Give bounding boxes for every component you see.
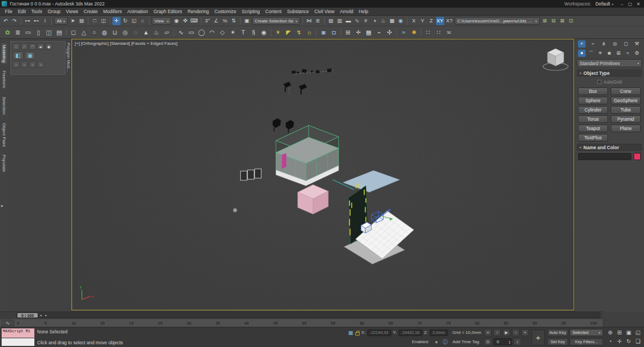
window-frame-object[interactable] bbox=[241, 169, 261, 180]
restrict-to-y-icon[interactable]: Y bbox=[419, 17, 427, 25]
geometry-category-icon[interactable]: ● bbox=[578, 50, 586, 57]
snaps-use-axis-constraints-icon[interactable]: X? bbox=[445, 17, 454, 25]
create-sphere-icon[interactable]: ○ bbox=[90, 28, 99, 37]
object-type-rollout[interactable]: Object Type bbox=[577, 69, 642, 77]
blue-plane-object[interactable] bbox=[343, 170, 399, 192]
go-to-end-icon[interactable]: » bbox=[521, 329, 529, 336]
railing-icon[interactable]: ≣ bbox=[13, 28, 22, 37]
create-tube-button[interactable]: Tube bbox=[611, 106, 641, 114]
app-icon[interactable] bbox=[2, 1, 7, 7]
time-slider-prev-icon[interactable]: ◂ bbox=[38, 313, 43, 317]
play-animation-icon[interactable]: ▶ bbox=[503, 329, 510, 336]
poly-modeling-icon[interactable]: ▣ bbox=[25, 51, 35, 60]
ribbon-tab-selection[interactable]: Selection bbox=[1, 95, 7, 116]
toggle-ribbon-icon[interactable]: ▬ bbox=[344, 17, 353, 25]
undo-icon[interactable]: ↶ bbox=[2, 17, 10, 25]
create-tab-icon[interactable]: + bbox=[578, 40, 586, 48]
time-slider-track[interactable]: 0 / 100 ◂▸ bbox=[16, 313, 600, 318]
create-geosphere-button[interactable]: GeoSphere bbox=[611, 97, 641, 104]
wall-icon[interactable]: ▭ bbox=[23, 28, 33, 37]
material-editor-icon[interactable]: ◑ bbox=[371, 17, 379, 25]
space-warps-category-icon[interactable]: ≈ bbox=[624, 50, 631, 57]
grid-helper-icon[interactable]: ▦ bbox=[364, 28, 373, 37]
render-setup-icon[interactable]: ♨ bbox=[379, 17, 387, 25]
close-button[interactable]: ✕ bbox=[634, 2, 642, 7]
selection-lock-toggle-icon[interactable] bbox=[355, 332, 360, 336]
previous-frame-icon[interactable]: ‹ bbox=[493, 329, 501, 336]
systems-category-icon[interactable]: ⚙ bbox=[633, 50, 641, 57]
key-filters-button[interactable]: Key Filters... bbox=[570, 338, 603, 345]
workspace-selector[interactable]: Default bbox=[594, 1, 615, 7]
snap-grid-b-icon[interactable]: ∷ bbox=[434, 28, 443, 37]
menu-arnold[interactable]: Arnold bbox=[337, 9, 356, 14]
zoom-region-icon[interactable]: ◔ bbox=[606, 338, 615, 346]
create-plane-icon[interactable]: ▱ bbox=[162, 28, 171, 37]
zoom-all-icon[interactable]: ⊞ bbox=[615, 329, 624, 337]
angle-snap-toggle-icon[interactable]: ∠ bbox=[212, 17, 220, 25]
create-rectangle-icon[interactable]: ▭ bbox=[187, 28, 196, 37]
sound-toggle-icon[interactable]: ♪ bbox=[514, 338, 521, 345]
time-slider-handle[interactable]: 0 / 100 bbox=[17, 313, 38, 317]
preset-c-icon[interactable]: ▫ bbox=[29, 61, 36, 68]
modify-tab-icon[interactable]: ⌁ bbox=[589, 40, 597, 48]
menu-create[interactable]: Create bbox=[81, 9, 100, 14]
create-sphere-button[interactable]: Sphere bbox=[578, 97, 608, 104]
spinner-snap-toggle-icon[interactable]: ⇅ bbox=[230, 17, 238, 25]
point-helper-icon[interactable]: ✛ bbox=[354, 28, 363, 37]
target-camera-icon[interactable]: ◘ bbox=[329, 28, 338, 37]
orbit-icon[interactable]: ↻ bbox=[624, 338, 633, 346]
physical-camera-icon[interactable]: ◙ bbox=[319, 28, 328, 37]
use-pivot-point-center-icon[interactable]: ◉ bbox=[172, 17, 181, 25]
zoom-icon[interactable]: ⊕ bbox=[606, 329, 615, 337]
preset-a-icon[interactable]: ▫ bbox=[13, 61, 20, 68]
element-mode-icon[interactable]: ◆ bbox=[45, 43, 52, 50]
reference-coordinate-dropdown[interactable]: View bbox=[152, 17, 171, 25]
create-teapot-icon[interactable]: ♨ bbox=[152, 28, 161, 37]
create-cone-icon[interactable]: △ bbox=[79, 28, 88, 37]
utilities-tab-icon[interactable]: ⚒ bbox=[633, 40, 641, 48]
spot-light-icon[interactable]: ◤ bbox=[284, 28, 293, 37]
maximize-button[interactable]: ▢ bbox=[626, 2, 634, 7]
grid-arrow-export-icon[interactable]: ⊟ bbox=[550, 17, 558, 25]
named-selection-set-dropdown[interactable]: Create Selection Se bbox=[252, 17, 300, 25]
autogrid-checkbox[interactable] bbox=[597, 80, 601, 84]
redo-icon[interactable]: ↷ bbox=[10, 17, 19, 25]
create-torus-icon[interactable]: ◌ bbox=[131, 28, 140, 37]
frame-spinner[interactable] bbox=[509, 340, 510, 344]
straight-stair-icon[interactable]: ▤ bbox=[55, 28, 64, 37]
select-and-rotate-icon[interactable]: ↻ bbox=[121, 17, 129, 25]
select-and-place-icon[interactable]: ⌂ bbox=[139, 17, 147, 25]
lights-category-icon[interactable]: ☀ bbox=[597, 50, 604, 57]
mirror-icon[interactable]: ⋈ bbox=[305, 17, 313, 25]
menu-rendering[interactable]: Rendering bbox=[185, 9, 212, 14]
zoom-extents-all-icon[interactable]: ◱ bbox=[634, 329, 642, 337]
auto-key-button[interactable]: Auto Key bbox=[547, 329, 568, 336]
create-ngon-icon[interactable]: ◇ bbox=[218, 28, 227, 37]
coord-y-field[interactable]: -24432,16 bbox=[398, 330, 422, 336]
select-and-move-icon[interactable]: ✛ bbox=[112, 17, 121, 25]
menu-help[interactable]: Help bbox=[356, 9, 371, 14]
schematic-view-icon[interactable]: # bbox=[362, 17, 370, 25]
create-star-icon[interactable]: ✶ bbox=[228, 28, 237, 37]
snaps-toggle-icon[interactable]: 3° bbox=[204, 17, 212, 25]
shapes-category-icon[interactable]: ⌒ bbox=[587, 50, 595, 57]
create-cylinder-icon[interactable]: ⊔ bbox=[110, 28, 120, 37]
create-torus-button[interactable]: Torus bbox=[578, 115, 608, 123]
modify-mode-icon[interactable]: ◧ bbox=[13, 51, 23, 60]
align-icon[interactable]: ≣ bbox=[314, 17, 322, 25]
maximize-viewport-toggle-icon[interactable]: ❏ bbox=[634, 338, 642, 346]
track-bar-ruler[interactable]: 0510152025303540455055606570758085909510… bbox=[15, 321, 603, 326]
select-and-link-icon[interactable]: ⊶ bbox=[23, 17, 32, 25]
dummy-helper-icon[interactable]: ⊞ bbox=[343, 28, 353, 37]
create-box-icon[interactable]: ◻ bbox=[69, 28, 78, 37]
unlink-selection-icon[interactable]: ⊷ bbox=[32, 17, 40, 25]
zoom-extents-icon[interactable]: ▣ bbox=[624, 329, 633, 337]
bomb-warp-icon[interactable]: ✸ bbox=[409, 28, 419, 37]
selection-filter-dropdown[interactable]: All bbox=[54, 17, 68, 25]
menu-customize[interactable]: Customize bbox=[212, 9, 239, 14]
grid-arrow-update-icon[interactable]: ⊠ bbox=[558, 17, 567, 25]
create-tube-icon[interactable]: ◎ bbox=[121, 28, 130, 37]
grid-arrow-import-icon[interactable]: ⊞ bbox=[541, 17, 549, 25]
rectangular-selection-region-icon[interactable]: □ bbox=[91, 17, 99, 25]
maxscript-mini-listener[interactable]: MAXScript Mi bbox=[2, 328, 34, 346]
